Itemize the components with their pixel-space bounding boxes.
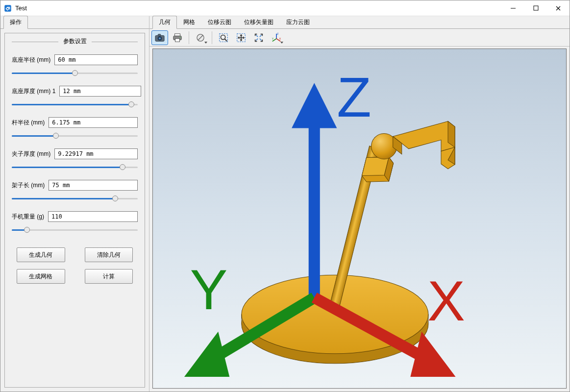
svg-point-9 <box>180 37 181 38</box>
close-icon <box>555 5 561 11</box>
svg-text:Y: Y <box>272 37 274 40</box>
param-label: 夹子厚度 (mm) <box>12 150 50 158</box>
pan-button[interactable] <box>233 30 249 45</box>
param-label: 架子长 (mm) <box>12 181 45 190</box>
window-close-button[interactable] <box>547 0 570 16</box>
param-input-bracket-length[interactable] <box>49 180 138 191</box>
param-slider-rod-radius[interactable] <box>12 132 138 140</box>
param-input-rod-radius[interactable] <box>49 117 138 128</box>
svg-marker-32 <box>410 332 455 377</box>
svg-marker-30 <box>184 332 229 377</box>
pan-icon <box>236 32 247 43</box>
param-input-phone-weight[interactable] <box>48 211 138 222</box>
top-tab-bar: 几何 网格 位移云图 位移矢量图 应力云图 <box>149 16 570 29</box>
param-slider-clip-thickness[interactable] <box>12 163 138 171</box>
param-input-clip-thickness[interactable] <box>54 148 138 159</box>
axis-triad: Z Y X <box>153 49 566 388</box>
svg-point-13 <box>221 35 225 39</box>
generate-geometry-button[interactable]: 生成几何 <box>17 247 65 262</box>
svg-rect-0 <box>4 5 11 12</box>
svg-text:Y: Y <box>190 258 228 321</box>
param-input-base-thickness[interactable] <box>59 86 141 97</box>
zoom-window-icon <box>218 32 229 43</box>
param-row-bracket-length: 架子长 (mm) <box>12 180 138 202</box>
param-row-clip-thickness: 夹子厚度 (mm) <box>12 148 138 171</box>
zoom-window-button[interactable] <box>215 30 232 45</box>
snapshot-button[interactable] <box>151 30 168 45</box>
svg-text:X: X <box>427 270 465 332</box>
param-label: 杆半径 (mm) <box>12 119 45 127</box>
window-maximize-button[interactable] <box>524 0 547 16</box>
param-slider-phone-weight[interactable] <box>12 226 138 234</box>
svg-text:X: X <box>279 37 281 40</box>
maximize-icon <box>533 5 539 11</box>
window-title: Test <box>15 4 502 12</box>
compute-button[interactable]: 计算 <box>85 269 133 284</box>
minimize-icon <box>510 5 516 11</box>
svg-rect-3 <box>158 34 160 36</box>
camera-icon <box>154 33 165 43</box>
generate-mesh-button[interactable]: 生成网格 <box>17 269 65 284</box>
printer-icon <box>172 33 183 43</box>
3d-viewport[interactable]: Z Y X <box>152 49 567 389</box>
filter-button[interactable] <box>192 30 209 45</box>
param-label: 底座半径 (mm) <box>12 56 50 64</box>
fit-view-button[interactable] <box>250 30 267 45</box>
svg-rect-6 <box>175 33 180 36</box>
no-entry-icon <box>196 33 205 43</box>
app-icon <box>3 4 12 13</box>
param-row-phone-weight: 手机重量 (g) <box>12 211 138 234</box>
tab-disp-vector[interactable]: 位移矢量图 <box>238 16 280 29</box>
right-pane: 几何 网格 位移云图 位移矢量图 应力云图 <box>149 16 570 392</box>
svg-point-5 <box>159 37 160 39</box>
print-button[interactable] <box>169 30 186 45</box>
fit-view-icon <box>253 32 264 43</box>
axis-orientation-button[interactable]: Z Y X <box>268 30 285 45</box>
param-label: 底座厚度 (mm) 1 <box>12 87 55 96</box>
tab-stress-contour[interactable]: 应力云图 <box>280 16 316 29</box>
svg-rect-1 <box>534 6 538 10</box>
param-row-rod-radius: 杆半径 (mm) <box>12 117 138 140</box>
svg-marker-28 <box>292 83 337 128</box>
param-slider-bracket-length[interactable] <box>12 195 138 202</box>
left-tab-operate[interactable]: 操作 <box>3 16 28 29</box>
param-panel: 参数设置 底座半径 (mm) 底座厚度 (mm) 1 <box>4 33 145 388</box>
svg-text:Z: Z <box>337 66 371 128</box>
svg-rect-8 <box>175 38 179 41</box>
window-titlebar: Test <box>0 0 570 16</box>
param-slider-base-thickness[interactable] <box>12 100 138 108</box>
param-group-title: 参数设置 <box>12 37 138 46</box>
svg-text:Z: Z <box>277 32 279 35</box>
viewport-toolbar: Z Y X <box>149 29 570 47</box>
tab-disp-contour[interactable]: 位移云图 <box>201 16 238 29</box>
left-tab-bar: 操作 <box>0 16 149 29</box>
left-pane: 操作 参数设置 底座半径 (mm) 底 <box>0 16 149 392</box>
clear-geometry-button[interactable]: 清除几何 <box>85 247 133 262</box>
window-minimize-button[interactable] <box>502 0 524 16</box>
param-label: 手机重量 (g) <box>12 213 44 221</box>
param-row-base-thickness: 底座厚度 (mm) 1 <box>12 86 138 108</box>
param-row-base-radius: 底座半径 (mm) <box>12 54 138 77</box>
param-input-base-radius[interactable] <box>54 54 138 65</box>
tab-mesh[interactable]: 网格 <box>177 16 201 29</box>
tab-geometry[interactable]: 几何 <box>152 16 177 29</box>
param-slider-base-radius[interactable] <box>12 69 138 77</box>
svg-line-14 <box>225 39 227 41</box>
